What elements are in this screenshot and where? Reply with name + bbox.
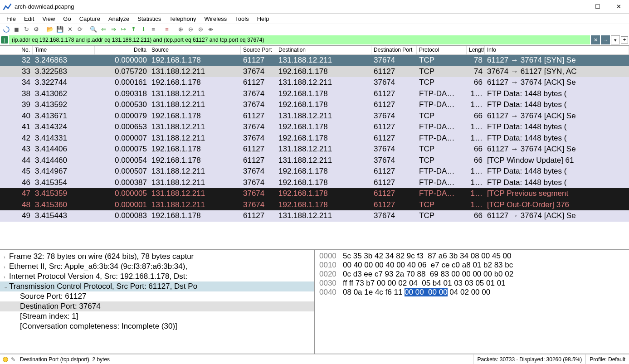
hex-line[interactable]: 0020 0c d3 ee c7 93 2a 70 88 69 83 00 00…: [319, 270, 624, 279]
edit-capture-comment-icon[interactable]: ✎: [11, 356, 15, 363]
tree-line[interactable]: ⌄Transmission Control Protocol, Src Port…: [0, 281, 314, 291]
packet-bytes-pane[interactable]: 0000 5c 35 3b 42 34 82 9c f3 87 a6 3b 34…: [315, 250, 629, 354]
maximize-button[interactable]: ☐: [587, 0, 608, 13]
cell-delta: 0.000387: [95, 178, 149, 188]
expert-info-icon[interactable]: [3, 357, 8, 362]
packet-row[interactable]: 453.4149670.000507131.188.12.21137674192…: [0, 166, 629, 177]
tree-expander-icon[interactable]: ›: [4, 274, 9, 280]
hex-line[interactable]: 0040 08 0a 1e 4c f6 11 00 00 00 00 04 02…: [319, 288, 624, 297]
start-capture-icon[interactable]: [2, 25, 11, 34]
bookmark-filter-icon[interactable]: ❘: [1, 36, 8, 44]
menu-file[interactable]: File: [3, 15, 20, 23]
packet-row[interactable]: 463.4153540.000387131.188.12.21137674192…: [0, 177, 629, 189]
menu-wireless[interactable]: Wireless: [200, 15, 230, 23]
menu-help[interactable]: Help: [254, 15, 273, 23]
filter-history-icon[interactable]: ▾: [611, 35, 620, 44]
zoom-reset-icon[interactable]: ⊜: [196, 25, 205, 34]
hex-bytes: 0c d3 ee c7 93 2a 70 88 69 83 00 00 00 0…: [343, 270, 513, 278]
tree-line[interactable]: ›Ethernet II, Src: Apple_a6:3b:34 (9c:f3…: [0, 262, 314, 272]
packet-row[interactable]: 493.4154430.000083192.168.1.17861127131.…: [0, 210, 629, 222]
cell-len: 66: [467, 144, 485, 154]
resize-columns-icon[interactable]: ⇹: [206, 25, 215, 34]
packet-row[interactable]: 403.4136710.000079192.168.1.17861127131.…: [0, 111, 629, 122]
go-forward-icon[interactable]: ⇒: [109, 25, 118, 34]
menu-tools[interactable]: Tools: [231, 15, 252, 23]
minimize-button[interactable]: —: [566, 0, 587, 13]
close-file-icon[interactable]: ✕: [65, 25, 74, 34]
menu-statistics[interactable]: Statistics: [134, 15, 165, 23]
tree-expander-icon[interactable]: ›: [4, 254, 9, 260]
status-profile[interactable]: Profile: Default: [585, 354, 629, 364]
go-to-packet-icon[interactable]: ↦: [119, 25, 128, 34]
clear-filter-icon[interactable]: ✕: [591, 35, 600, 44]
menu-edit[interactable]: Edit: [20, 15, 38, 23]
packet-details-pane[interactable]: ›Frame 32: 78 bytes on wire (624 bits), …: [0, 250, 315, 354]
cell-proto: TCP: [417, 155, 467, 165]
colorize-icon[interactable]: ≡: [162, 25, 171, 34]
tree-line[interactable]: ›Internet Protocol Version 4, Src: 192.1…: [0, 272, 314, 281]
tree-line[interactable]: Source Port: 61127: [0, 291, 314, 301]
column-header-sport[interactable]: Source Port: [241, 46, 276, 54]
column-header-info[interactable]: Info: [485, 46, 629, 54]
packet-row[interactable]: 433.4144060.000075192.168.1.17861127131.…: [0, 144, 629, 155]
hex-line[interactable]: 0030 ff ff 73 b7 00 00 02 04 05 b4 01 03…: [319, 279, 624, 288]
column-header-src[interactable]: Source: [149, 46, 241, 54]
packet-row[interactable]: 343.3227440.000161192.168.1.17861127131.…: [0, 77, 629, 88]
packet-row[interactable]: 423.4143310.000007131.188.12.21137674192…: [0, 133, 629, 144]
column-header-delta[interactable]: Delta: [95, 46, 149, 54]
menu-capture[interactable]: Capture: [76, 15, 104, 23]
tree-line[interactable]: Destination Port: 37674: [0, 301, 314, 311]
cell-info: 37674 → 61127 [SYN, AC: [485, 67, 629, 77]
packet-row[interactable]: 393.4135920.000530131.188.12.21137674192…: [0, 99, 629, 111]
menu-view[interactable]: View: [39, 15, 59, 23]
go-back-icon[interactable]: ⇐: [99, 25, 108, 34]
hex-line[interactable]: 0000 5c 35 3b 42 34 82 9c f3 87 a6 3b 34…: [319, 252, 624, 261]
packet-row[interactable]: 323.2468630.000000192.168.1.17861127131.…: [0, 55, 629, 66]
find-packet-icon[interactable]: 🔍: [89, 25, 98, 34]
tree-line[interactable]: ›Frame 32: 78 bytes on wire (624 bits), …: [0, 252, 314, 262]
go-first-icon[interactable]: ⤒: [129, 25, 138, 34]
capture-options-icon[interactable]: ⚙: [32, 25, 41, 34]
stop-capture-icon[interactable]: ◼: [12, 25, 21, 34]
menu-analyze[interactable]: Analyze: [105, 15, 133, 23]
packet-row[interactable]: 413.4143240.000653131.188.12.21137674192…: [0, 121, 629, 133]
go-last-icon[interactable]: ⤓: [139, 25, 148, 34]
column-header-len[interactable]: Length: [467, 46, 485, 54]
tree-expander-icon[interactable]: ⌄: [4, 284, 9, 290]
zoom-out-icon[interactable]: ⊖: [186, 25, 195, 34]
cell-info: FTP Data: 1448 bytes (: [485, 122, 629, 132]
packet-list-body[interactable]: 323.2468630.000000192.168.1.17861127131.…: [0, 55, 629, 249]
column-header-time[interactable]: Time: [33, 46, 95, 54]
apply-filter-icon[interactable]: →: [601, 35, 610, 44]
tree-line[interactable]: [Stream index: 1]: [0, 311, 314, 321]
tree-line[interactable]: [Conversation completeness: Incomplete (…: [0, 321, 314, 331]
tree-expander-icon[interactable]: ›: [4, 264, 9, 270]
column-header-proto[interactable]: Protocol: [417, 46, 467, 54]
hex-line[interactable]: 0010 00 40 00 00 40 00 40 06 e7 ce c0 a8…: [319, 261, 624, 270]
packet-row[interactable]: 473.4153590.000005131.188.12.21137674192…: [0, 188, 629, 199]
auto-scroll-icon[interactable]: ≡: [149, 25, 158, 34]
packet-row[interactable]: 483.4153600.000001131.188.12.21137674192…: [0, 199, 629, 211]
packet-row[interactable]: 383.4130620.090318131.188.12.21137674192…: [0, 88, 629, 100]
column-header-dport[interactable]: Destination Port: [371, 46, 417, 54]
close-button[interactable]: ✕: [608, 0, 629, 13]
cell-src: 131.188.12.211: [149, 166, 241, 176]
restart-capture-icon[interactable]: ↻: [22, 25, 31, 34]
cell-info: 61127 → 37674 [ACK] Se: [485, 111, 629, 121]
cell-src: 131.188.12.211: [149, 200, 241, 210]
cell-dst: 192.168.1.178: [276, 89, 371, 99]
open-file-icon[interactable]: 📂: [45, 25, 54, 34]
reload-file-icon[interactable]: ⟳: [75, 25, 84, 34]
add-filter-button[interactable]: +: [621, 36, 628, 44]
menu-telephony[interactable]: Telephony: [166, 15, 200, 23]
cell-src: 192.168.1.178: [149, 144, 241, 154]
zoom-in-icon[interactable]: ⊕: [176, 25, 185, 34]
column-header-dst[interactable]: Destination: [276, 46, 371, 54]
menu-go[interactable]: Go: [59, 15, 74, 23]
cell-no: 34: [0, 78, 33, 87]
save-file-icon[interactable]: 💾: [55, 25, 64, 34]
packet-row[interactable]: 443.4144600.000054192.168.1.17861127131.…: [0, 155, 629, 166]
column-header-no[interactable]: No.: [0, 46, 33, 54]
display-filter-input[interactable]: [9, 35, 590, 44]
packet-row[interactable]: 333.3225830.075720131.188.12.21137674192…: [0, 66, 629, 78]
